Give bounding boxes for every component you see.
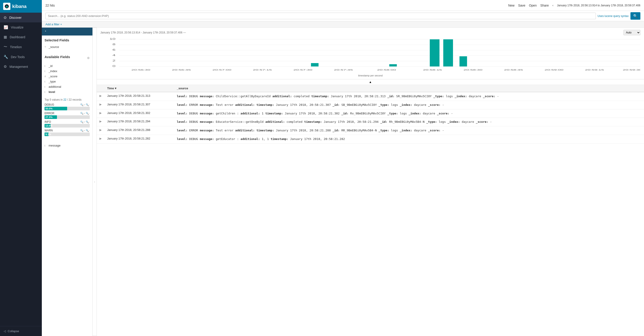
sidebar-item-label: Dev Tools [11,55,25,59]
logo-icon [3,3,10,10]
source-value: ERROR [189,103,200,106]
stat-bar-wrap-error: 27.3% [44,115,90,119]
source-value: January 17th 2018, 20:58:21.288 [276,129,332,132]
chart-interval-select[interactable]: Auto Second Minute [624,30,640,35]
field-item-index[interactable]: t _index [44,68,90,74]
sidebar-item-devtools[interactable]: 🔧 Dev Tools [0,52,42,62]
sidebar-item-visualize[interactable]: 📈 Visualize [0,22,42,32]
source-key: level: [177,120,189,124]
field-stats: Top 5 values in 22 / 22 records DEBUG 🔍+… [42,97,92,140]
table-row: ▶January 17th 2018, 20:58:21.294level: D… [97,118,644,126]
stat-info: INFO 🔍+ 🔍- 13.6% [44,120,90,128]
scroll-up-arrow[interactable]: ▲ [97,79,644,85]
source-value: DEBUG [189,137,200,141]
field-name-additional: additional [48,85,61,88]
stat-filter-debug[interactable]: 🔍- [86,103,90,106]
field-item-additional[interactable]: t additional [44,84,90,89]
row-toggle[interactable]: ▶ [100,137,102,140]
stat-zoom-error[interactable]: 🔍+ [80,112,85,115]
nav-prev-button[interactable]: ‹ [552,4,553,7]
field-item-level[interactable]: t level [44,89,90,94]
source-key: message: [200,112,216,115]
source-key: additional: [272,94,294,98]
hits-count: 22 hits [46,4,55,7]
source-value: Rh_9BmEBGi0yMAx5B4-N [389,120,426,124]
stat-zoom-debug[interactable]: 🔍+ [80,103,85,106]
panel-tab[interactable]: * [42,28,92,36]
lucene-link[interactable]: Uses lucene query syntax [598,14,629,18]
source-key: _type: [378,129,391,132]
source-key: message: [200,94,216,98]
stat-filter-error[interactable]: 🔍- [86,112,90,115]
row-toggle[interactable]: ▶ [100,103,102,106]
stat-label-debug: DEBUG [44,103,54,106]
source-key: level: [177,129,189,132]
svg-text:2: 2 [112,60,116,62]
source-key: message: [200,103,216,106]
source-value: RR_9BmEBGi0yMAx5B4-N [341,129,378,132]
source-value: getChildren : [216,112,240,115]
source-key: _index: [454,94,469,98]
cell-source: level: DEBUG message: getChildren : addi… [174,109,644,118]
row-toggle[interactable]: ▶ [100,111,102,115]
field-type-message: t [44,144,47,147]
filterbar: Add a filter + [42,21,644,28]
col-time[interactable]: Time ▾ [104,85,174,92]
svg-text:20:59:15: 20:59:15 [585,69,604,71]
main-content: 22 hits New Save Open Share ‹ January 17… [42,0,644,336]
field-item-type[interactable]: t _type [44,79,90,84]
stat-filter-warn[interactable]: 🔍- [86,129,90,132]
source-key: timestamp: [311,94,331,98]
chart-x-label: timestamp per second [100,74,640,77]
time-range[interactable]: January 17th 2018, 20:56:13.914 to Janua… [557,4,640,7]
source-value: January 17th 2018, 20:58:21.282 [290,137,345,141]
stat-filter-info[interactable]: 🔍- [86,120,90,124]
svg-rect-14 [389,64,397,66]
sidebar-item-dashboard[interactable]: ▦ Dashboard [0,32,42,42]
field-stats-title: Top 5 values in 22 / 22 records [44,98,90,101]
source-key: level: [177,103,189,106]
cell-time: January 17th 2018, 20:58:21.294 [104,118,174,126]
source-value: January 17th 2018, 20:58:21.313 [331,94,387,98]
field-item-message[interactable]: t message [44,143,90,148]
source-value: - [497,94,499,98]
row-toggle[interactable]: ▶ [100,94,102,98]
records-link[interactable]: 22 [63,98,66,101]
search-input[interactable] [46,13,596,19]
source-value: DEBUG [189,112,200,115]
stat-bar-debug: 50.0% [44,107,67,110]
source-value: daycare [414,103,428,106]
share-button[interactable]: Share [540,4,548,7]
searchbar: Uses lucene query syntax 🔍 [42,11,644,21]
sidebar-item-management[interactable]: ⚙ Management [0,62,42,72]
stat-zoom-info[interactable]: 🔍+ [80,120,85,124]
sidebar-item-discover[interactable]: ⊙ Discover [0,13,42,22]
sidebar-item-timelion[interactable]: 〜 Timelion [0,42,42,52]
up-arrow-icon: ▲ [369,80,372,84]
collapse-button[interactable]: ◁ Collapse [0,326,42,336]
new-button[interactable]: New [508,4,514,7]
field-type-level: t [44,91,47,94]
source-key: _id: [388,94,396,98]
source-key: additional: [240,112,262,115]
field-item-id[interactable]: t _id [44,63,90,68]
table-row: ▶January 17th 2018, 20:58:21.307level: E… [97,100,644,109]
source-key: _score: [428,103,442,106]
source-key: timestamp: [270,137,290,141]
add-filter-button[interactable]: Add a filter + [46,22,62,26]
panel-collapse-arrow[interactable]: ‹ [93,28,97,336]
svg-rect-15 [430,39,440,66]
field-item-source[interactable]: ? _source [44,44,90,50]
gear-icon[interactable]: ⚙ [87,56,90,60]
logo-text: kibana [12,4,26,9]
search-button[interactable]: 🔍 [630,12,640,20]
open-button[interactable]: Open [529,4,537,7]
stat-zoom-warn[interactable]: 🔍+ [80,129,85,132]
svg-rect-13 [311,63,318,66]
field-item-score[interactable]: # _score [44,74,90,79]
fields-panel: * Selected Fields ? _source Available Fi… [42,28,93,336]
source-key: _score: [476,120,490,124]
row-toggle[interactable]: ▶ [100,128,102,132]
row-toggle[interactable]: ▶ [100,120,102,123]
save-button[interactable]: Save [518,4,525,7]
